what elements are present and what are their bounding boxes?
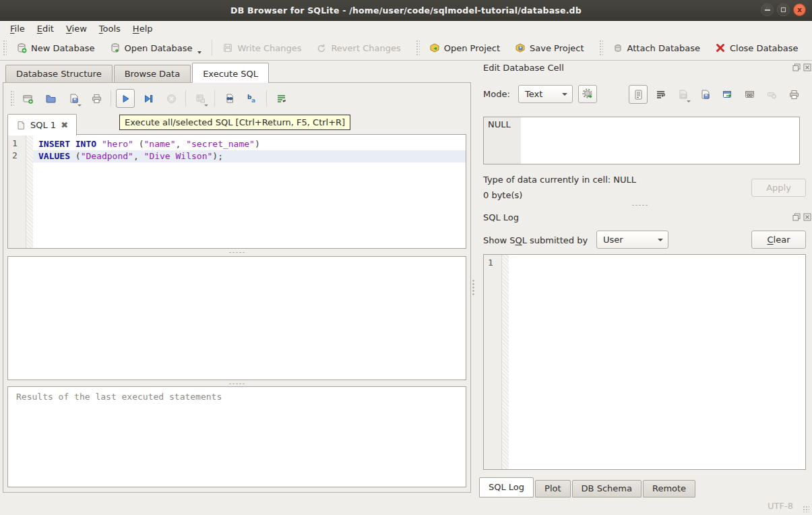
save-file-dropdown-icon[interactable] bbox=[77, 104, 82, 107]
toolbar-drag-handle[interactable] bbox=[2, 39, 7, 57]
menu-edit[interactable]: Edit bbox=[31, 22, 60, 35]
cell-print-icon bbox=[788, 89, 800, 100]
menu-view[interactable]: View bbox=[60, 22, 93, 35]
execute-line-button[interactable] bbox=[139, 89, 158, 108]
encoding-indicator[interactable]: UTF-8 bbox=[768, 501, 793, 511]
menu-bar: File Edit View Tools Help bbox=[0, 21, 812, 36]
open-sql-file-button[interactable] bbox=[41, 89, 60, 108]
log-filter-value: User bbox=[603, 235, 623, 245]
log-line-number: 1 bbox=[488, 258, 493, 268]
open-database-button[interactable]: Open Database bbox=[102, 38, 210, 58]
open-in-app-button[interactable] bbox=[718, 85, 737, 104]
close-panel-icon[interactable] bbox=[803, 213, 811, 221]
mode-value: Text bbox=[525, 89, 542, 99]
sql-toolbar-drag-handle[interactable] bbox=[9, 90, 14, 107]
menu-tools[interactable]: Tools bbox=[93, 22, 127, 35]
tab-database-structure[interactable]: Database Structure bbox=[5, 65, 113, 83]
save-file-icon bbox=[68, 93, 80, 104]
float-panel-icon[interactable] bbox=[792, 63, 801, 71]
close-panel-icon[interactable] bbox=[803, 63, 811, 71]
tab-db-schema[interactable]: DB Schema bbox=[572, 480, 642, 497]
open-sql-tab-button[interactable] bbox=[18, 89, 37, 108]
mode-select[interactable]: Text bbox=[518, 85, 573, 103]
open-project-icon bbox=[429, 42, 440, 53]
open-database-dropdown-icon[interactable] bbox=[197, 51, 201, 54]
resize-grip[interactable] bbox=[803, 506, 809, 512]
maximize-button[interactable] bbox=[777, 3, 790, 16]
open-database-icon bbox=[110, 42, 121, 53]
dock-splitter[interactable] bbox=[627, 204, 654, 207]
new-tab-icon bbox=[22, 93, 34, 104]
close-button[interactable]: x bbox=[793, 3, 806, 16]
close-database-button[interactable]: Close Database bbox=[708, 38, 806, 58]
minimize-button[interactable] bbox=[761, 3, 774, 16]
export-cell-data-button[interactable] bbox=[695, 85, 714, 104]
sql-line-current: VALUES ("Deadpond", "Dive Wilson"); bbox=[33, 150, 466, 162]
bottom-tab-bar: SQL Log Plot DB Schema Remote bbox=[479, 477, 697, 497]
tab-plot[interactable]: Plot bbox=[535, 480, 571, 497]
line-number: 1 bbox=[12, 138, 18, 148]
cell-word-wrap-button[interactable] bbox=[651, 85, 670, 104]
clear-log-button[interactable]: Clear bbox=[751, 231, 806, 249]
close-database-icon bbox=[715, 42, 726, 53]
tab-remote[interactable]: Remote bbox=[643, 480, 695, 497]
set-null-button bbox=[762, 85, 781, 104]
results-log-splitter[interactable] bbox=[7, 382, 466, 386]
print-sql-button[interactable] bbox=[87, 89, 106, 108]
window-arrow-icon bbox=[722, 89, 733, 100]
execute-all-button[interactable] bbox=[116, 89, 135, 108]
sql-editor[interactable]: 1 2 INSERT INTO "hero" ("name", "secret_… bbox=[7, 134, 466, 249]
find-replace-button[interactable] bbox=[220, 89, 239, 108]
tab-execute-sql[interactable]: Execute SQL bbox=[192, 63, 269, 83]
editor-results-splitter[interactable] bbox=[7, 250, 466, 255]
close-icon: x bbox=[797, 6, 802, 13]
cell-type-info: Type of data currently in cell: NULL bbox=[483, 175, 636, 185]
copy-link-button[interactable] bbox=[740, 85, 759, 104]
print-cell-button[interactable] bbox=[784, 85, 803, 104]
log-line-number-gutter: 1 bbox=[484, 255, 502, 469]
open-project-label: Open Project bbox=[444, 43, 500, 53]
save-project-button[interactable]: Save Project bbox=[507, 38, 592, 58]
menu-file[interactable]: File bbox=[4, 22, 31, 35]
sql-tab-close-icon[interactable]: ✖ bbox=[61, 120, 68, 130]
open-project-button[interactable]: Open Project bbox=[422, 38, 507, 58]
results-message-pane[interactable]: Results of the last executed statements bbox=[7, 386, 466, 487]
open-database-label: Open Database bbox=[125, 43, 193, 53]
menu-help[interactable]: Help bbox=[127, 22, 159, 35]
format-sql-button[interactable]: ba bbox=[243, 89, 261, 108]
sql-log-dock-controls bbox=[792, 213, 811, 221]
float-panel-icon[interactable] bbox=[792, 213, 801, 221]
sql-toolbar-separator bbox=[266, 90, 267, 107]
import-cell-data-button bbox=[673, 85, 692, 104]
word-wrap-button[interactable] bbox=[272, 89, 290, 108]
save-results-icon bbox=[195, 93, 206, 104]
toolbar-separator bbox=[212, 40, 212, 56]
log-filter-select[interactable]: User bbox=[596, 231, 668, 249]
cell-size-info: 0 byte(s) bbox=[483, 190, 522, 200]
sql-document-tab[interactable]: SQL 1 ✖ bbox=[7, 114, 77, 135]
open-in-external-button[interactable] bbox=[578, 85, 597, 103]
tab-sql-log[interactable]: SQL Log bbox=[479, 477, 534, 497]
title-bar[interactable]: DB Browser for SQLite - /home/user/code/… bbox=[0, 0, 812, 21]
svg-text:a: a bbox=[251, 97, 255, 104]
main-tab-bar: Database Structure Browse Data Execute S… bbox=[5, 64, 270, 83]
toolbar-drag-handle[interactable] bbox=[598, 39, 603, 57]
save-results-button bbox=[191, 89, 210, 108]
sql-toolbar-separator bbox=[111, 90, 111, 107]
attach-database-button[interactable]: Attach Database bbox=[605, 38, 708, 58]
tab-browse-data[interactable]: Browse Data bbox=[114, 65, 191, 83]
cell-value-editor[interactable]: NULL bbox=[483, 117, 800, 164]
chevron-down-icon bbox=[562, 93, 567, 96]
save-sql-file-button[interactable] bbox=[64, 89, 83, 108]
attach-database-label: Attach Database bbox=[627, 43, 700, 53]
new-database-button[interactable]: New Database bbox=[9, 38, 102, 58]
sql-log-view[interactable]: 1 bbox=[483, 254, 806, 470]
cell-editor-margin: NULL bbox=[484, 117, 521, 164]
save-results-dropdown-icon bbox=[204, 104, 208, 107]
text-mode-button[interactable] bbox=[629, 85, 648, 104]
text-document-icon bbox=[633, 89, 644, 100]
word-wrap-icon bbox=[276, 93, 287, 104]
panel-splitter[interactable] bbox=[471, 82, 475, 493]
sql-line: INSERT INTO "hero" ("name", "secret_name… bbox=[33, 138, 466, 150]
toolbar-drag-handle[interactable] bbox=[415, 39, 420, 57]
